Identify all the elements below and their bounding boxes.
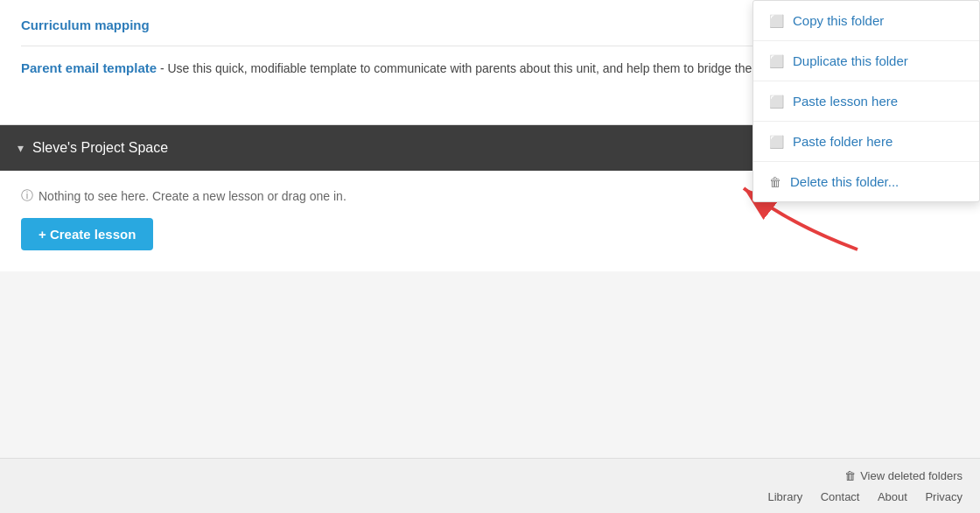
create-lesson-button[interactable]: + Create lesson	[21, 218, 153, 250]
view-deleted-label: View deleted folders	[860, 469, 962, 482]
footer-contact-link[interactable]: Contact	[821, 490, 860, 503]
trash-delete-icon: 🗑	[769, 175, 781, 189]
chevron-down-icon[interactable]: ▾	[18, 141, 24, 155]
copy-folder-item[interactable]: ⬜ Copy this folder	[753, 1, 979, 41]
footer-about-link[interactable]: About	[878, 490, 907, 503]
footer: 🗑 View deleted folders Library Contact A…	[0, 458, 980, 513]
view-deleted-link[interactable]: 🗑 View deleted folders	[844, 469, 962, 482]
paste-folder-item[interactable]: ⬜ Paste folder here	[753, 122, 979, 162]
paste-folder-label: Paste folder here	[793, 134, 892, 149]
delete-folder-label: Delete this folder...	[790, 174, 899, 189]
project-title: Sleve's Project Space	[32, 140, 168, 156]
copy-folder-label: Copy this folder	[793, 13, 884, 28]
dropdown-menu: ⬜ Copy this folder ⬜ Duplicate this fold…	[752, 0, 980, 202]
footer-top: 🗑 View deleted folders	[18, 467, 962, 483]
footer-bottom: Library Contact About Privacy	[18, 488, 962, 504]
delete-folder-item[interactable]: 🗑 Delete this folder...	[753, 162, 979, 201]
paste-folder-icon: ⬜	[769, 135, 784, 149]
info-icon: ⓘ	[21, 188, 33, 204]
paste-lesson-item[interactable]: ⬜ Paste lesson here	[753, 81, 979, 122]
create-lesson-label: + Create lesson	[38, 227, 136, 242]
parent-email-link[interactable]: Parent email template	[21, 60, 157, 75]
trash-icon: 🗑	[844, 469, 856, 482]
duplicate-icon: ⬜	[769, 54, 784, 68]
empty-message-text: Nothing to see here. Create a new lesson…	[38, 189, 346, 203]
duplicate-folder-item[interactable]: ⬜ Duplicate this folder	[753, 41, 979, 81]
copy-icon: ⬜	[769, 14, 784, 28]
paste-lesson-icon: ⬜	[769, 95, 784, 109]
paste-lesson-label: Paste lesson here	[793, 94, 898, 109]
project-bar-left: ▾ Sleve's Project Space	[18, 140, 168, 156]
curriculum-mapping-link[interactable]: Curriculum mapping	[21, 18, 150, 32]
footer-library-link[interactable]: Library	[767, 490, 802, 503]
footer-privacy-link[interactable]: Privacy	[925, 490, 962, 503]
duplicate-folder-label: Duplicate this folder	[793, 53, 908, 68]
